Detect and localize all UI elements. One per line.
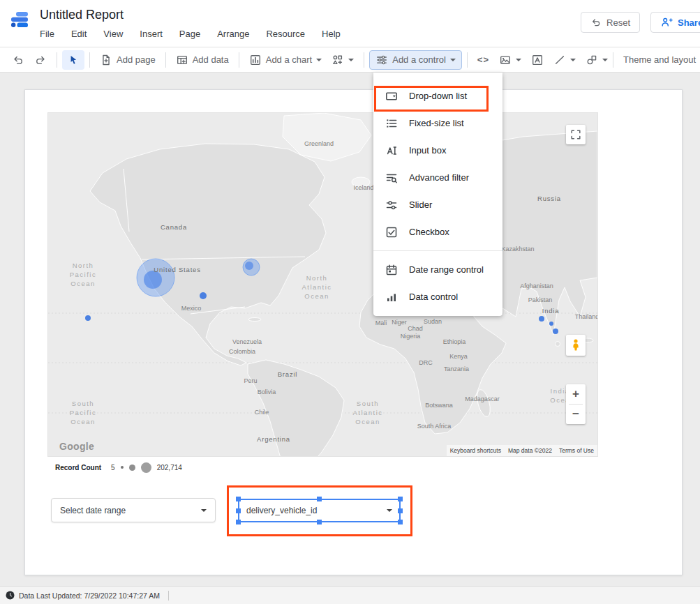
add-control-button[interactable]: Add a control xyxy=(369,50,462,70)
share-button[interactable]: Share xyxy=(650,12,700,33)
caret-down-icon xyxy=(348,59,354,61)
report-page[interactable]: GreenlandIcelandRussiaCanadaKazakhstanUn… xyxy=(24,89,683,575)
vehicle-filter-control[interactable]: delivery_vehicle_id xyxy=(238,499,401,522)
google-maps-logo[interactable]: Google xyxy=(59,441,94,452)
menu-arrange[interactable]: Arrange xyxy=(217,29,249,39)
svg-text:Argentina: Argentina xyxy=(257,435,290,443)
text-box-button[interactable] xyxy=(526,50,549,70)
selection-handle[interactable] xyxy=(236,520,241,524)
embed-code-button[interactable]: <> xyxy=(472,51,494,68)
map-attribution: Keyboard shortcuts Map data ©2022 Terms … xyxy=(447,445,597,456)
svg-text:Mali: Mali xyxy=(375,319,387,326)
menu-item-data-control[interactable]: Data control xyxy=(373,283,502,310)
menu-item-fixed-size-list[interactable]: Fixed-size list xyxy=(373,110,502,137)
reset-button[interactable]: Reset xyxy=(581,12,640,33)
status-bar: Data Last Updated: 7/29/2022 10:47:27 AM xyxy=(0,586,700,604)
person-add-icon xyxy=(660,16,673,29)
app-window: Untitled Report File Edit View Insert Pa… xyxy=(0,0,700,604)
data-control-icon xyxy=(385,290,399,304)
fullscreen-button[interactable] xyxy=(566,125,586,144)
insert-image-button[interactable] xyxy=(494,50,526,70)
keyboard-shortcuts-link[interactable]: Keyboard shortcuts xyxy=(447,445,505,456)
community-visualizations-button[interactable] xyxy=(327,50,359,70)
select-tool-button[interactable] xyxy=(62,50,84,70)
tune-icon xyxy=(375,54,388,66)
undo-button[interactable] xyxy=(7,50,29,70)
caret-down-icon xyxy=(201,509,207,512)
svg-text:Bolivia: Bolivia xyxy=(258,388,276,395)
svg-text:Brazil: Brazil xyxy=(278,370,298,378)
toolbar-separator xyxy=(613,52,613,68)
svg-text:Nigeria: Nigeria xyxy=(401,333,421,340)
zoom-in-button[interactable]: + xyxy=(566,384,586,404)
theme-layout-button[interactable]: Theme and layout xyxy=(618,51,700,68)
legend-bubble-medium xyxy=(129,465,135,471)
selection-handle[interactable] xyxy=(317,520,322,524)
svg-text:Niger: Niger xyxy=(392,319,407,326)
svg-text:Canada: Canada xyxy=(161,223,187,231)
caret-down-icon xyxy=(570,59,576,61)
line-tool-button[interactable] xyxy=(549,50,581,70)
toolbar-separator xyxy=(89,52,90,68)
svg-text:DRC: DRC xyxy=(419,359,433,366)
line-icon xyxy=(553,54,566,66)
menu-item-input-box[interactable]: Input box xyxy=(373,137,502,164)
bar-chart-icon xyxy=(249,54,262,66)
date-range-control[interactable]: Select date range xyxy=(51,498,216,522)
selection-handle[interactable] xyxy=(236,508,241,513)
undo-icon xyxy=(590,17,602,28)
menu-item-dropdown-list[interactable]: Drop-down list xyxy=(373,82,502,110)
toolbar-separator xyxy=(165,52,166,68)
legend-title: Record Count xyxy=(55,464,101,471)
menu-item-checkbox[interactable]: Checkbox xyxy=(373,218,502,246)
menu-edit[interactable]: Edit xyxy=(71,29,87,39)
svg-text:Sudan: Sudan xyxy=(424,318,442,325)
statusbar-divider xyxy=(168,591,169,601)
header: Untitled Report File Edit View Insert Pa… xyxy=(0,0,700,47)
undo-icon xyxy=(12,54,24,66)
text-box-icon xyxy=(531,54,544,66)
menu-help[interactable]: Help xyxy=(322,29,341,39)
redo-button[interactable] xyxy=(29,50,52,70)
menu-page[interactable]: Page xyxy=(179,29,200,39)
geo-bubble-map[interactable]: GreenlandIcelandRussiaCanadaKazakhstanUn… xyxy=(48,113,597,456)
svg-text:Russia: Russia xyxy=(537,195,561,202)
selection-handle[interactable] xyxy=(398,520,403,524)
pegman-icon xyxy=(569,338,583,353)
sri-lanka-shape xyxy=(556,342,560,347)
menu-item-date-range-control[interactable]: Date range control xyxy=(373,256,502,283)
menu-insert[interactable]: Insert xyxy=(140,29,163,39)
svg-text:United States: United States xyxy=(154,266,200,273)
caret-down-icon xyxy=(387,509,392,512)
menu-item-slider[interactable]: Slider xyxy=(373,191,502,218)
add-data-button[interactable]: Add data xyxy=(171,50,234,70)
selection-handle[interactable] xyxy=(398,497,403,501)
menu-view[interactable]: View xyxy=(103,29,123,39)
menu-resource[interactable]: Resource xyxy=(266,29,305,39)
world-map: GreenlandIcelandRussiaCanadaKazakhstanUn… xyxy=(48,113,597,456)
toolbar-separator xyxy=(467,52,468,68)
svg-text:SouthAtlanticOcean: SouthAtlanticOcean xyxy=(352,400,382,425)
zoom-controls: + − xyxy=(566,384,586,424)
zoom-out-button[interactable]: − xyxy=(566,405,586,424)
selection-handle[interactable] xyxy=(398,508,403,513)
menu-item-advanced-filter[interactable]: Advanced filter xyxy=(373,164,502,191)
cursor-icon xyxy=(67,54,80,66)
svg-text:Tanzania: Tanzania xyxy=(444,365,469,372)
terms-of-use-link[interactable]: Terms of Use xyxy=(556,445,597,456)
selection-handle[interactable] xyxy=(317,497,322,501)
shape-icon xyxy=(586,54,598,66)
add-page-button[interactable]: Add page xyxy=(95,50,161,70)
fixed-size-list-icon xyxy=(385,116,399,130)
shape-tool-button[interactable] xyxy=(581,50,613,70)
bubble-size-legend: Record Count 5 202,714 xyxy=(55,460,182,474)
legend-max-value: 202,714 xyxy=(157,464,182,471)
menu-file[interactable]: File xyxy=(40,29,54,39)
report-title[interactable]: Untitled Report xyxy=(40,8,124,22)
legend-bubble-large xyxy=(141,462,151,473)
svg-text:Pakistan: Pakistan xyxy=(528,296,553,303)
svg-text:Chile: Chile xyxy=(255,409,269,416)
selection-handle[interactable] xyxy=(236,497,241,501)
pegman-button[interactable] xyxy=(566,335,586,356)
add-chart-button[interactable]: Add a chart xyxy=(244,50,327,70)
